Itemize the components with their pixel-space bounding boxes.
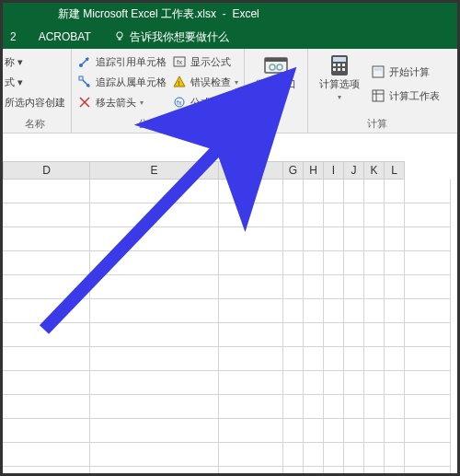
column-header[interactable]: L (385, 161, 405, 180)
spreadsheet-area[interactable]: DEFGHIJKL (3, 134, 457, 474)
cell[interactable] (364, 275, 385, 299)
cell[interactable] (324, 443, 344, 467)
cell[interactable] (90, 275, 219, 299)
calculate-sheet-button[interactable]: 计算工作表 (371, 87, 440, 105)
cell[interactable] (3, 443, 90, 467)
cell[interactable] (324, 371, 344, 395)
cell[interactable] (283, 347, 304, 371)
cell[interactable] (405, 180, 451, 203)
cell[interactable] (283, 371, 304, 395)
cell[interactable] (385, 419, 405, 443)
watch-window-button[interactable]: 监视窗口 (250, 52, 302, 118)
cell[interactable] (304, 419, 324, 443)
cell-grid[interactable] (3, 180, 457, 474)
cell[interactable] (304, 203, 324, 227)
cell[interactable] (385, 180, 405, 203)
cell[interactable] (344, 180, 364, 203)
create-from-selection-partial[interactable]: 所选内容创建 (5, 93, 65, 111)
cell[interactable] (364, 371, 385, 395)
cell[interactable] (90, 299, 219, 323)
cell[interactable] (90, 443, 219, 467)
cell[interactable] (324, 251, 344, 275)
cell[interactable] (90, 227, 219, 251)
cell[interactable] (3, 275, 90, 299)
cell[interactable] (344, 467, 364, 476)
cell[interactable] (90, 347, 219, 371)
cell[interactable] (405, 419, 451, 443)
cell[interactable] (3, 251, 90, 275)
cell[interactable] (364, 467, 385, 476)
cell[interactable] (385, 323, 405, 347)
cell[interactable] (344, 371, 364, 395)
cell[interactable] (304, 251, 324, 275)
cell[interactable] (344, 299, 364, 323)
cell[interactable] (3, 419, 90, 443)
column-header[interactable]: D (3, 161, 90, 180)
cell[interactable] (219, 251, 283, 275)
cell[interactable] (304, 347, 324, 371)
cell[interactable] (344, 443, 364, 467)
cell[interactable] (344, 251, 364, 275)
cell[interactable] (283, 443, 304, 467)
cell[interactable] (324, 395, 344, 419)
cell[interactable] (90, 203, 219, 227)
trace-dependents-button[interactable]: 追踪从属单元格 (77, 73, 167, 91)
show-formulas-button[interactable]: fx 显示公式 (172, 52, 238, 71)
cell[interactable] (405, 395, 451, 419)
cell[interactable] (283, 227, 304, 251)
cell[interactable] (3, 371, 90, 395)
cell[interactable] (385, 443, 405, 467)
cell[interactable] (385, 467, 405, 476)
cell[interactable] (344, 227, 364, 251)
cell[interactable] (219, 227, 283, 251)
cell[interactable] (385, 299, 405, 323)
cell[interactable] (364, 347, 385, 371)
cell[interactable] (304, 467, 324, 476)
cell[interactable] (283, 467, 304, 476)
cell[interactable] (304, 323, 324, 347)
cell[interactable] (304, 275, 324, 299)
cell[interactable] (219, 203, 283, 227)
cell[interactable] (304, 227, 324, 251)
cell[interactable] (283, 180, 304, 203)
cell[interactable] (90, 371, 219, 395)
cell[interactable] (304, 443, 324, 467)
calculation-options-button[interactable]: 计算选项▾ (314, 52, 365, 115)
cell[interactable] (364, 203, 385, 227)
cell[interactable] (405, 275, 451, 299)
cell[interactable] (344, 347, 364, 371)
cell[interactable] (324, 467, 344, 476)
cell[interactable] (3, 180, 90, 203)
cell[interactable] (283, 275, 304, 299)
cell[interactable] (90, 251, 219, 275)
cell[interactable] (405, 443, 451, 467)
cell[interactable] (90, 395, 219, 419)
cell[interactable] (324, 419, 344, 443)
cell[interactable] (324, 347, 344, 371)
column-header[interactable]: E (90, 161, 219, 180)
cell[interactable] (364, 443, 385, 467)
cell[interactable] (405, 227, 451, 251)
cell[interactable] (3, 299, 90, 323)
cell[interactable] (219, 419, 283, 443)
tell-me-search[interactable]: 告诉我你想要做什么 (113, 29, 229, 45)
cell[interactable] (219, 180, 283, 203)
cell[interactable] (304, 180, 324, 203)
cell[interactable] (344, 203, 364, 227)
cell[interactable] (3, 347, 90, 371)
cell[interactable] (405, 467, 451, 476)
cell[interactable] (283, 395, 304, 419)
cell[interactable] (344, 275, 364, 299)
cell[interactable] (283, 203, 304, 227)
cell[interactable] (364, 251, 385, 275)
column-header[interactable]: J (344, 161, 364, 180)
cell[interactable] (3, 203, 90, 227)
cell[interactable] (283, 251, 304, 275)
use-in-formula-partial[interactable]: 式 ▾ (5, 73, 65, 91)
cell[interactable] (219, 275, 283, 299)
column-header[interactable]: G (283, 161, 304, 180)
cell[interactable] (219, 371, 283, 395)
error-checking-button[interactable]: ! 错误检查 ▾ (172, 73, 238, 91)
column-header[interactable]: F (219, 161, 283, 180)
evaluate-formula-button[interactable]: fx 公式求值 (172, 93, 238, 111)
